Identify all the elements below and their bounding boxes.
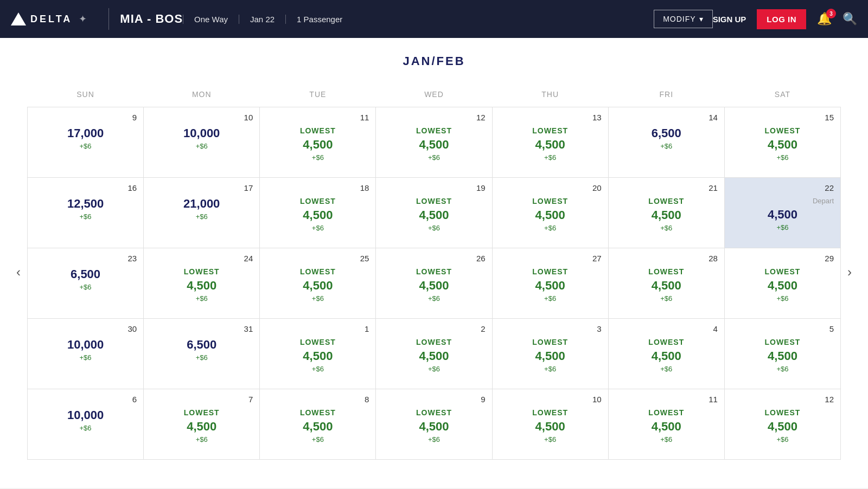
cell-fee: +$6 <box>150 294 253 303</box>
cell-fee: +$6 <box>731 365 834 373</box>
cell-fee: +$6 <box>34 283 137 291</box>
log-in-button[interactable]: LOG IN <box>757 9 806 29</box>
prev-month-button[interactable]: ‹ <box>11 259 26 285</box>
cell-date-number: 10 <box>150 113 253 122</box>
calendar-cell[interactable]: 2LOWEST4,500+$6 <box>376 319 492 389</box>
day-header-sun: SUN <box>28 85 144 107</box>
calendar-cell[interactable]: 146,500+$6 <box>608 107 724 178</box>
cell-points: 21,000 <box>150 197 253 211</box>
calendar-cell[interactable]: 20LOWEST4,500+$6 <box>492 178 608 248</box>
cell-date-number: 18 <box>266 183 369 192</box>
calendar-cell[interactable]: 25LOWEST4,500+$6 <box>260 248 376 319</box>
calendar-cell[interactable]: 24LOWEST4,500+$6 <box>144 248 260 319</box>
calendar-cell[interactable]: 22Depart4,500+$6 <box>724 178 840 248</box>
cell-lowest-label: LOWEST <box>382 408 485 417</box>
calendar-cell[interactable]: 1721,000+$6 <box>144 178 260 248</box>
cell-date-number: 10 <box>499 395 602 404</box>
cell-date-number: 31 <box>150 324 253 333</box>
calendar-wrapper: ‹ › SUNMONTUEWEDTHUFRISAT 917,000+$61010… <box>27 85 841 460</box>
cell-points: 4,500 <box>499 279 602 293</box>
calendar-cell[interactable]: 5LOWEST4,500+$6 <box>724 319 840 389</box>
cell-points: 17,000 <box>34 126 137 140</box>
header: DELTA ✦ MIA - BOS One Way Jan 22 1 Passe… <box>0 0 868 38</box>
calendar-cell[interactable]: 12LOWEST4,500+$6 <box>376 107 492 178</box>
calendar-cell[interactable]: 29LOWEST4,500+$6 <box>724 248 840 319</box>
cell-lowest-label: LOWEST <box>382 338 485 346</box>
cell-points: 4,500 <box>150 279 253 293</box>
cell-date-number: 13 <box>499 113 602 122</box>
cell-date-number: 25 <box>266 254 369 263</box>
cell-points: 10,000 <box>150 126 253 140</box>
cell-date-number: 17 <box>150 183 253 192</box>
cell-fee: +$6 <box>382 294 485 303</box>
modify-label: MODIFY <box>663 15 695 23</box>
cell-points: 4,500 <box>382 279 485 293</box>
calendar-cell[interactable]: 1010,000+$6 <box>144 107 260 178</box>
calendar-cell[interactable]: 3010,000+$6 <box>28 319 144 389</box>
cell-fee: +$6 <box>266 153 369 162</box>
cell-fee: +$6 <box>34 142 137 150</box>
next-month-button[interactable]: › <box>842 259 857 285</box>
calendar-title: JAN/FEB <box>16 54 852 68</box>
modify-button[interactable]: MODIFY ▾ <box>654 10 712 28</box>
cell-fee: +$6 <box>34 353 137 362</box>
route-display: MIA - BOS <box>120 12 183 26</box>
calendar-cell[interactable]: 11LOWEST4,500+$6 <box>260 107 376 178</box>
cell-points: 6,500 <box>615 126 718 140</box>
cell-date-number: 14 <box>615 113 718 122</box>
cell-fee: +$6 <box>34 424 137 432</box>
cell-fee: +$6 <box>382 224 485 232</box>
notification-bell[interactable]: 🔔 3 <box>817 12 832 26</box>
calendar-cell[interactable]: 28LOWEST4,500+$6 <box>608 248 724 319</box>
cell-date-number: 11 <box>266 113 369 122</box>
calendar-cell[interactable]: 7LOWEST4,500+$6 <box>144 389 260 460</box>
cell-fee: +$6 <box>615 435 718 443</box>
search-icon[interactable]: 🔍 <box>843 12 857 26</box>
cell-fee: +$6 <box>731 294 834 303</box>
calendar-cell[interactable]: 11LOWEST4,500+$6 <box>608 389 724 460</box>
calendar-cell[interactable]: 19LOWEST4,500+$6 <box>376 178 492 248</box>
calendar-cell[interactable]: 26LOWEST4,500+$6 <box>376 248 492 319</box>
cell-lowest-label: LOWEST <box>731 408 834 417</box>
cell-date-number: 20 <box>499 183 602 192</box>
calendar-cell[interactable]: 917,000+$6 <box>28 107 144 178</box>
calendar-cell[interactable]: 10LOWEST4,500+$6 <box>492 389 608 460</box>
cell-lowest-label: LOWEST <box>382 267 485 276</box>
cell-fee: +$6 <box>150 213 253 221</box>
calendar-cell[interactable]: 316,500+$6 <box>144 319 260 389</box>
cell-points: 4,500 <box>382 420 485 434</box>
calendar-cell[interactable]: 9LOWEST4,500+$6 <box>376 389 492 460</box>
calendar-cell[interactable]: 8LOWEST4,500+$6 <box>260 389 376 460</box>
main-content: JAN/FEB ‹ › SUNMONTUEWEDTHUFRISAT 917,00… <box>0 38 868 488</box>
calendar-cell[interactable]: 13LOWEST4,500+$6 <box>492 107 608 178</box>
cell-points: 4,500 <box>731 420 834 434</box>
cell-points: 4,500 <box>615 279 718 293</box>
cell-date-number: 2 <box>382 324 485 333</box>
cell-date-number: 24 <box>150 254 253 263</box>
calendar-cell[interactable]: 1LOWEST4,500+$6 <box>260 319 376 389</box>
calendar-cell[interactable]: 1612,500+$6 <box>28 178 144 248</box>
calendar-cell[interactable]: 236,500+$6 <box>28 248 144 319</box>
cell-fee: +$6 <box>266 224 369 232</box>
calendar-cell[interactable]: 21LOWEST4,500+$6 <box>608 178 724 248</box>
calendar-cell[interactable]: 12LOWEST4,500+$6 <box>724 389 840 460</box>
cell-points: 4,500 <box>382 208 485 222</box>
cell-date-number: 23 <box>34 254 137 263</box>
cell-date-number: 1 <box>266 324 369 333</box>
cell-lowest-label: LOWEST <box>266 267 369 276</box>
calendar-cell[interactable]: 610,000+$6 <box>28 389 144 460</box>
cell-fee: +$6 <box>615 224 718 232</box>
cell-points: 12,500 <box>34 197 137 211</box>
cell-fee: +$6 <box>382 435 485 443</box>
logo[interactable]: DELTA ✦ <box>11 12 87 25</box>
calendar-cell[interactable]: 27LOWEST4,500+$6 <box>492 248 608 319</box>
cell-fee: +$6 <box>499 153 602 162</box>
sign-up-button[interactable]: SIGN UP <box>713 15 746 24</box>
calendar-cell[interactable]: 3LOWEST4,500+$6 <box>492 319 608 389</box>
calendar-cell[interactable]: 4LOWEST4,500+$6 <box>608 319 724 389</box>
cell-lowest-label: LOWEST <box>731 267 834 276</box>
cell-lowest-label: LOWEST <box>499 197 602 205</box>
cell-points: 10,000 <box>34 408 137 422</box>
calendar-cell[interactable]: 15LOWEST4,500+$6 <box>724 107 840 178</box>
calendar-cell[interactable]: 18LOWEST4,500+$6 <box>260 178 376 248</box>
